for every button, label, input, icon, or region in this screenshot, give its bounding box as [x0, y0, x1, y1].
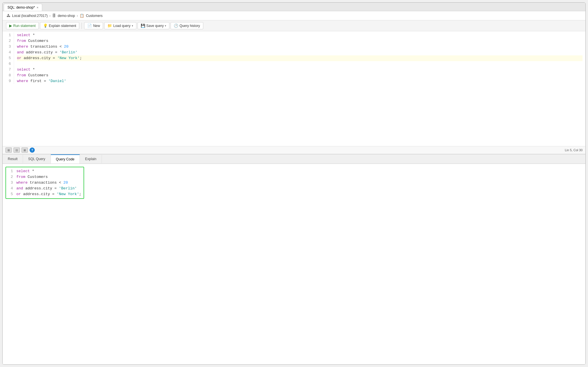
local-icon: 🖧 [7, 13, 10, 18]
save-label: Save query [146, 24, 164, 28]
format-icon-1[interactable]: ⊞ [5, 147, 12, 153]
tab-query-code[interactable]: Query Code [51, 154, 80, 164]
code-content: select * from Customers where transactio… [14, 32, 585, 84]
explain-statement-button[interactable]: 💡 Explain statement [40, 22, 79, 29]
new-button[interactable]: 📄 New [84, 22, 103, 29]
statusbar-icons: ⊞ ⊟ ⊠ ? [5, 147, 35, 153]
ln-9: 9 [5, 78, 11, 84]
ln-2: 2 [5, 38, 11, 44]
tab-explain[interactable]: Explain [80, 155, 102, 163]
result-content: 1 select * 2 from Customers 3 where tran… [3, 164, 585, 364]
qline-5: 5 or address.city = 'New York'; [8, 191, 81, 197]
breadcrumb-customers[interactable]: Customers [86, 14, 102, 18]
code-line-7: select * [17, 67, 583, 73]
close-tab-button[interactable]: × [36, 6, 38, 9]
tab-result[interactable]: Result [3, 155, 23, 163]
run-label: Run statement [13, 24, 36, 28]
code-line-5: or address.city = 'New York'; [17, 55, 583, 61]
line-numbers: 1 2 3 4 5 6 7 8 9 [3, 32, 14, 84]
history-label: Query history [179, 24, 200, 28]
ln-3: 3 [5, 44, 11, 50]
ln-4: 4 [5, 50, 11, 55]
cursor-position: Lin 5, Col 30 [565, 148, 583, 152]
ln-8: 8 [5, 73, 11, 78]
load-icon: 📁 [107, 24, 112, 28]
breadcrumb-sep-2: › [77, 14, 78, 18]
query-code-box: 1 select * 2 from Customers 3 where tran… [5, 167, 84, 199]
run-statement-button[interactable]: ▶ Run statement [6, 22, 39, 29]
code-line-2: from Customers [17, 38, 583, 44]
load-dropdown-icon: ▾ [132, 24, 133, 27]
code-line-1: select * [17, 32, 583, 38]
code-editor-content: 1 2 3 4 5 6 7 8 9 select * from Customer… [3, 31, 585, 85]
ln-7: 7 [5, 67, 11, 73]
sql-editor[interactable]: 1 2 3 4 5 6 7 8 9 select * from Customer… [3, 31, 585, 146]
breadcrumb-sep-1: › [49, 14, 51, 18]
code-line-6 [17, 61, 583, 67]
code-line-3: where transactions < 20 [17, 44, 583, 50]
code-line-9: where first = 'Daniel' [17, 78, 583, 84]
code-line-8: from Customers [17, 73, 583, 78]
new-label: New [93, 24, 100, 28]
load-query-button[interactable]: 📁 Load query ▾ [104, 22, 136, 29]
qline-1: 1 select * [8, 168, 81, 174]
breadcrumb-demoshop[interactable]: demo-shop [58, 14, 75, 18]
new-icon: 📄 [87, 24, 92, 28]
history-icon: 🕐 [174, 24, 178, 28]
query-history-button[interactable]: 🕐 Query history [171, 22, 203, 29]
table-icon: 📋 [80, 13, 84, 18]
results-panel: Result SQL Query Query Code Explain 1 se… [3, 154, 585, 364]
qline-4: 4 and address.city = 'Berlin' [8, 186, 81, 191]
qline-3: 3 where transactions < 20 [8, 180, 81, 186]
qline-2: 2 from Customers [8, 174, 81, 180]
save-dropdown-icon: ▾ [165, 24, 166, 27]
save-query-button[interactable]: 💾 Save query ▾ [138, 22, 170, 29]
help-icon[interactable]: ? [30, 147, 35, 153]
explain-icon: 💡 [43, 24, 48, 28]
tab-bar: SQL: demo-shop* × [3, 3, 585, 11]
sql-tab[interactable]: SQL: demo-shop* × [4, 4, 42, 11]
breadcrumb: 🖧 Local (localhost:27017) › 🗄 demo-shop … [3, 11, 585, 20]
tab-sql-query[interactable]: SQL Query [23, 155, 51, 163]
editor-statusbar: ⊞ ⊟ ⊠ ? Lin 5, Col 30 [3, 146, 585, 154]
results-tabs: Result SQL Query Query Code Explain [3, 154, 585, 164]
ln-6: 6 [5, 61, 11, 67]
breadcrumb-local[interactable]: Local (localhost:27017) [12, 14, 48, 18]
format-icon-2[interactable]: ⊟ [13, 147, 20, 153]
save-icon: 💾 [141, 24, 145, 28]
format-icon-3[interactable]: ⊠ [22, 147, 28, 153]
main-window: SQL: demo-shop* × 🖧 Local (localhost:270… [2, 2, 586, 365]
toolbar-separator-1 [82, 23, 82, 29]
load-label: Load query [113, 24, 130, 28]
ln-1: 1 [5, 32, 11, 38]
toolbar: ▶ Run statement 💡 Explain statement 📄 Ne… [3, 20, 585, 31]
db-icon: 🗄 [52, 13, 56, 18]
code-line-4: and address.city = 'Berlin' [17, 50, 583, 55]
ln-5: 5 [5, 55, 11, 61]
explain-label: Explain statement [49, 24, 76, 28]
run-icon: ▶ [9, 24, 12, 28]
tab-label: SQL: demo-shop* [7, 5, 35, 9]
